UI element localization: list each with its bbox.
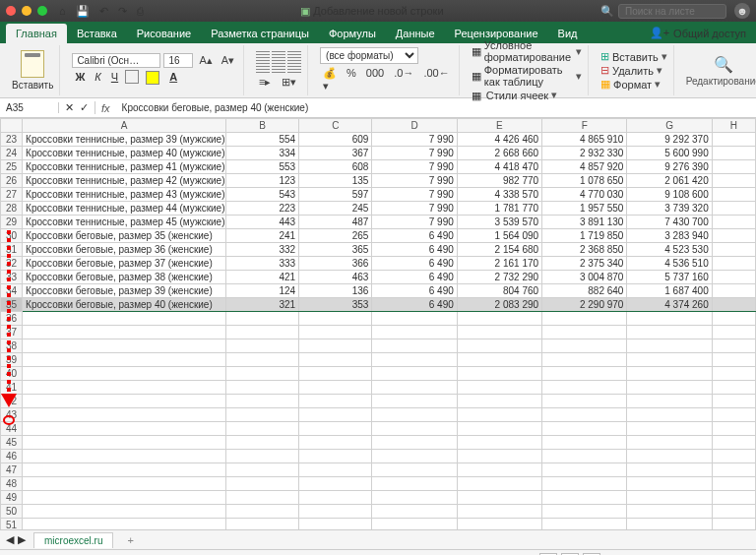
save-icon[interactable]: 💾 [76, 5, 90, 18]
close-icon[interactable] [6, 6, 16, 16]
cell[interactable]: 6 490 [372, 243, 457, 257]
window-controls[interactable] [6, 6, 47, 16]
col-header[interactable]: H [712, 119, 755, 133]
home-icon[interactable]: ⌂ [59, 5, 66, 18]
table-row[interactable]: 31 Кроссовки беговые, размер 36 (женские… [1, 243, 756, 257]
row-header[interactable]: 50 [1, 505, 23, 519]
table-row[interactable]: 24 Кроссовки теннисные, размер 40 (мужск… [1, 147, 756, 160]
cell[interactable]: 321 [225, 298, 298, 312]
cell[interactable]: 882 640 [542, 284, 627, 298]
row-header[interactable]: 27 [1, 188, 23, 202]
cell[interactable]: 6 490 [372, 229, 457, 243]
table-row[interactable]: 41 [1, 381, 756, 395]
table-row[interactable]: 51 [1, 519, 756, 530]
cell[interactable]: 9 108 600 [627, 188, 712, 202]
paste-button[interactable]: Вставить [12, 50, 53, 91]
row-header[interactable]: 49 [1, 491, 23, 505]
cell[interactable]: 543 [225, 188, 298, 202]
cell[interactable]: 3 283 940 [627, 229, 712, 243]
row-header[interactable]: 26 [1, 174, 23, 188]
cell[interactable] [23, 353, 226, 367]
share-button[interactable]: 👤+Общий доступ [640, 23, 756, 43]
row-header[interactable]: 24 [1, 147, 23, 160]
table-row[interactable]: 48 [1, 477, 756, 491]
bold-button[interactable]: Ж [72, 70, 88, 88]
insert-cells-button[interactable]: ⊞Вставить ▾ [600, 50, 667, 63]
row-header[interactable]: 40 [1, 367, 23, 381]
comma-button[interactable]: 000 [363, 66, 387, 93]
cell[interactable]: 443 [225, 216, 298, 229]
add-sheet-button[interactable]: + [121, 532, 139, 548]
cell[interactable]: 4 536 510 [627, 257, 712, 271]
italic-button[interactable]: К [92, 70, 103, 88]
row-header[interactable]: 34 [1, 284, 23, 298]
border-button[interactable] [125, 70, 139, 84]
percent-button[interactable]: % [344, 66, 359, 93]
table-row[interactable]: 34 Кроссовки беговые, размер 39 (женские… [1, 284, 756, 298]
cell[interactable] [23, 422, 226, 436]
cell[interactable] [712, 160, 755, 174]
format-as-table-button[interactable]: ▦Форматировать как таблицу ▾ [472, 64, 582, 88]
cell[interactable]: 366 [299, 257, 372, 271]
cell[interactable]: 7 430 700 [627, 216, 712, 229]
cell[interactable]: Кроссовки теннисные, размер 43 (мужские) [23, 188, 226, 202]
cell[interactable]: Кроссовки беговые, размер 37 (женские) [23, 257, 226, 271]
cell[interactable]: 3 891 130 [542, 216, 627, 229]
cell[interactable]: Кроссовки теннисные, размер 42 (мужские) [23, 174, 226, 188]
tab-data[interactable]: Данные [386, 24, 445, 43]
cell[interactable] [23, 505, 226, 519]
cell[interactable]: 6 490 [372, 298, 457, 312]
cell[interactable]: 3 004 870 [542, 271, 627, 284]
cell[interactable]: Кроссовки беговые, размер 36 (женские) [23, 243, 226, 257]
undo-icon[interactable]: ↶ [99, 5, 108, 18]
cell[interactable] [23, 519, 226, 530]
tab-layout[interactable]: Разметка страницы [201, 24, 319, 43]
cell[interactable]: 241 [225, 229, 298, 243]
name-box[interactable]: A35 [0, 102, 59, 113]
cell[interactable] [23, 491, 226, 505]
cell[interactable] [23, 339, 226, 353]
cell[interactable]: 463 [299, 271, 372, 284]
cell[interactable]: 4 523 530 [627, 243, 712, 257]
cell[interactable]: 3 539 570 [457, 216, 541, 229]
cell[interactable] [23, 450, 226, 463]
cell[interactable]: 353 [299, 298, 372, 312]
fill-color-button[interactable] [143, 70, 162, 88]
decrease-decimal-button[interactable]: .00← [420, 66, 452, 93]
col-header[interactable]: F [542, 119, 627, 133]
font-color-button[interactable]: А [166, 70, 180, 88]
search-box[interactable]: 🔍 [600, 4, 726, 19]
cell[interactable] [712, 216, 755, 229]
prev-icon[interactable]: ◀ [6, 533, 14, 546]
table-row[interactable]: 46 [1, 450, 756, 463]
cell[interactable]: 332 [225, 243, 298, 257]
table-row[interactable]: 49 [1, 491, 756, 505]
cell[interactable]: 367 [299, 147, 372, 160]
cell[interactable]: 223 [225, 202, 298, 216]
merge-button[interactable]: ⊞▾ [279, 75, 299, 90]
tab-formulas[interactable]: Формулы [319, 24, 386, 43]
cell[interactable]: 2 083 290 [457, 298, 541, 312]
row-header[interactable]: 42 [1, 395, 23, 408]
cell[interactable] [712, 202, 755, 216]
cell[interactable]: 2 375 340 [542, 257, 627, 271]
cell[interactable]: 4 426 460 [457, 133, 541, 147]
table-row[interactable]: 43 [1, 408, 756, 422]
cell[interactable]: 135 [299, 174, 372, 188]
cell[interactable] [712, 229, 755, 243]
cell[interactable]: 982 770 [457, 174, 541, 188]
cell[interactable]: 421 [225, 271, 298, 284]
select-all[interactable] [1, 119, 23, 133]
cell[interactable]: 2 368 850 [542, 243, 627, 257]
cell[interactable] [712, 284, 755, 298]
find-icon[interactable]: 🔍 [714, 56, 733, 73]
col-header[interactable]: B [225, 119, 298, 133]
sheet-tab[interactable]: microexcel.ru [33, 532, 113, 548]
tab-home[interactable]: Главная [6, 24, 67, 43]
row-header[interactable]: 29 [1, 216, 23, 229]
cell[interactable]: 1 781 770 [457, 202, 541, 216]
row-header[interactable]: 36 [1, 312, 23, 326]
cell[interactable] [23, 395, 226, 408]
row-header[interactable]: 33 [1, 271, 23, 284]
cell[interactable]: 1 564 090 [457, 229, 541, 243]
